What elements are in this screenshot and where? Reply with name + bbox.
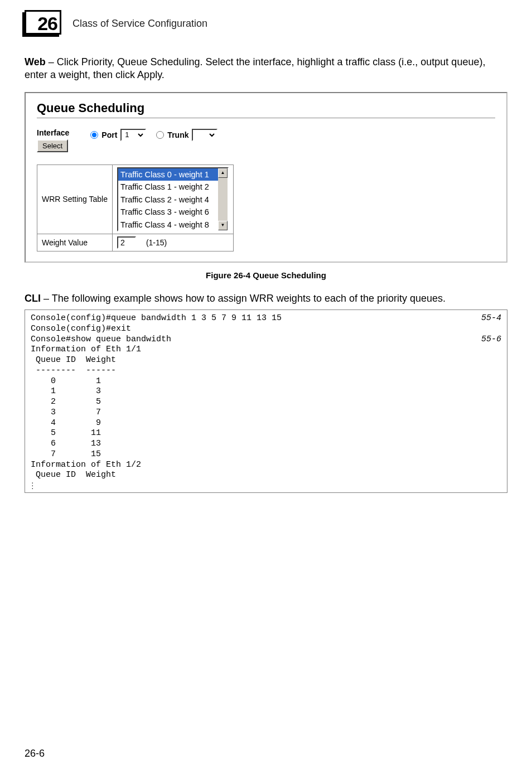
weight-range-text: (1-15) <box>146 238 167 247</box>
cli-block: 55-4Console(config)#queue bandwidth 1 3 … <box>25 309 507 493</box>
wrr-table: WRR Setting Table Traffic Class 0 - weig… <box>37 165 234 251</box>
wrr-listbox[interactable]: Traffic Class 0 - weight 1Traffic Class … <box>117 167 229 231</box>
select-button[interactable]: Select <box>37 139 68 152</box>
chapter-badge: 26 <box>25 10 61 37</box>
web-body: – Click Priority, Queue Scheduling. Sele… <box>25 56 485 80</box>
wrr-list-item[interactable]: Traffic Class 1 - weight 2 <box>118 181 218 193</box>
wrr-list-item[interactable]: Traffic Class 3 - weight 6 <box>118 206 218 218</box>
cli-prefix: CLI <box>25 293 41 304</box>
trunk-label: Trunk <box>167 130 188 139</box>
scrollbar[interactable]: ▲ ▼ <box>218 168 228 230</box>
scroll-down-icon[interactable]: ▼ <box>218 221 228 230</box>
weight-value-input[interactable] <box>117 236 136 249</box>
port-label: Port <box>101 130 117 139</box>
cli-paragraph: CLI – The following example shows how to… <box>25 292 507 305</box>
port-radio[interactable] <box>90 131 98 139</box>
cli-body: – The following example shows how to ass… <box>41 293 446 304</box>
page-number: 26-6 <box>25 748 45 760</box>
weight-value-label: Weight Value <box>37 234 113 251</box>
trunk-radio[interactable] <box>156 131 164 139</box>
wrr-list-item[interactable]: Traffic Class 2 - weight 4 <box>118 194 218 206</box>
figure-caption: Figure 26-4 Queue Scheduling <box>25 270 507 280</box>
wrr-setting-label: WRR Setting Table <box>37 165 113 234</box>
chapter-title: Class of Service Configuration <box>72 18 207 30</box>
web-paragraph: Web – Click Priority, Queue Scheduling. … <box>25 56 507 82</box>
port-select[interactable]: 1 <box>120 129 146 141</box>
web-prefix: Web <box>25 56 46 67</box>
wrr-list-item[interactable]: Traffic Class 0 - weight 1 <box>118 168 218 181</box>
chapter-number: 26 <box>37 13 57 35</box>
scroll-up-icon[interactable]: ▲ <box>218 168 228 178</box>
queue-scheduling-panel: Queue Scheduling Interface Select Port 1… <box>25 92 507 263</box>
wrr-list-item[interactable]: Traffic Class 4 - weight 8 <box>118 219 218 231</box>
trunk-select[interactable] <box>192 129 217 141</box>
interface-label: Interface <box>37 128 69 137</box>
divider <box>37 118 495 118</box>
panel-heading: Queue Scheduling <box>37 101 495 115</box>
